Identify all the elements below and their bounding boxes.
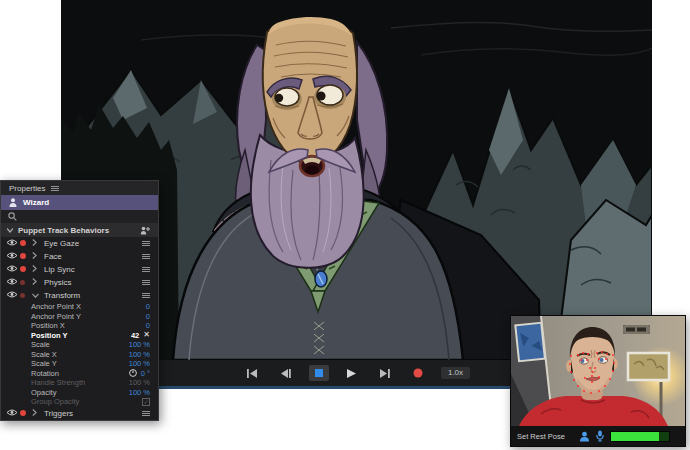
prop-label: Opacity — [31, 388, 129, 397]
chevron-right-icon[interactable] — [32, 278, 44, 287]
prop-value[interactable]: 0 ° — [141, 369, 150, 378]
air-vent — [623, 325, 650, 334]
behavior-menu-icon[interactable] — [142, 410, 150, 417]
prop-label: Position X — [31, 321, 146, 330]
prop-row-scale-x[interactable]: Scale X 100 % — [1, 350, 158, 360]
arm-record-dot[interactable] — [20, 291, 32, 300]
prop-label: Group Opacity — [31, 397, 138, 406]
arm-record-dot[interactable] — [20, 409, 32, 418]
visibility-eye-icon[interactable] — [7, 409, 20, 418]
arm-record-dot[interactable] — [20, 265, 32, 274]
prop-row-group-opacity: Group Opacity ✓ — [1, 397, 158, 407]
prop-value[interactable]: 100 % — [129, 359, 150, 368]
audio-level-fill — [611, 432, 659, 441]
prop-label: Position Y — [31, 331, 131, 340]
step-forward-button[interactable] — [375, 365, 395, 381]
prop-label: Anchor Point X — [31, 302, 146, 311]
visibility-eye-icon[interactable] — [7, 265, 20, 274]
audio-level-meter — [610, 431, 670, 442]
puppet-row-wizard[interactable]: Wizard — [1, 195, 158, 210]
face-tracking-camera-icon[interactable] — [579, 431, 590, 442]
prop-row-handle-strength: Handle Strength 100 % — [1, 378, 158, 388]
behavior-row-lip-sync[interactable]: Lip Sync — [1, 263, 158, 276]
step-back-button[interactable] — [276, 365, 296, 381]
puppet-icon — [9, 198, 17, 207]
behavior-label: Eye Gaze — [44, 239, 142, 248]
microphone-icon[interactable] — [596, 430, 604, 442]
behavior-menu-icon[interactable] — [142, 292, 150, 299]
prop-row-position-y[interactable]: Position Y 42 ✕ — [1, 331, 158, 341]
behavior-row-eye-gaze[interactable]: Eye Gaze — [1, 237, 158, 250]
record-button[interactable] — [408, 365, 428, 381]
prop-value[interactable]: 100 % — [129, 340, 150, 349]
prop-row-rotation[interactable]: Rotation 0 ° — [1, 369, 158, 379]
visibility-eye-icon[interactable] — [7, 239, 20, 248]
prop-value[interactable]: 100 % — [129, 350, 150, 359]
prop-row-opacity[interactable]: Opacity 100 % — [1, 388, 158, 398]
prop-label: Rotation — [31, 369, 129, 378]
chevron-down-icon — [7, 228, 13, 233]
camera-panel: Set Rest Pose — [510, 315, 686, 447]
behavior-label: Lip Sync — [44, 265, 142, 274]
arm-record-dot[interactable] — [20, 278, 32, 287]
prop-label: Scale Y — [31, 359, 129, 368]
behavior-menu-icon[interactable] — [142, 266, 150, 273]
chevron-right-icon[interactable] — [32, 252, 44, 261]
play-button[interactable] — [342, 365, 362, 381]
prop-row-anchor-point-x[interactable]: Anchor Point X 0 — [1, 302, 158, 312]
puppet-name: Wizard — [23, 198, 49, 207]
search-icon — [8, 212, 17, 221]
prop-value: 100 % — [129, 378, 150, 387]
behaviors-header-label: Puppet Track Behaviors — [18, 226, 109, 235]
behavior-row-physics[interactable]: Physics — [1, 276, 158, 289]
webcam-video — [511, 316, 685, 426]
prop-row-scale-y[interactable]: Scale Y 100 % — [1, 359, 158, 369]
rotation-dial-icon[interactable] — [129, 369, 137, 377]
properties-panel: Properties Wizard Puppet Track Behaviors… — [0, 180, 159, 421]
playback-speed[interactable]: 1.0x — [441, 367, 470, 379]
behaviors-section-header[interactable]: Puppet Track Behaviors — [1, 224, 158, 237]
prop-row-scale[interactable]: Scale 100 % — [1, 340, 158, 350]
prop-row-position-x[interactable]: Position X 0 — [1, 321, 158, 331]
close-icon[interactable]: ✕ — [143, 331, 150, 339]
visibility-eye-icon[interactable] — [7, 291, 20, 300]
arm-record-dot[interactable] — [20, 239, 32, 248]
behavior-label: Face — [44, 252, 142, 261]
arm-record-dot[interactable] — [20, 252, 32, 261]
set-rest-pose-button[interactable]: Set Rest Pose — [517, 432, 565, 441]
add-behavior-icon[interactable] — [140, 226, 150, 235]
chevron-down-icon[interactable] — [32, 291, 44, 300]
chevron-right-icon[interactable] — [32, 409, 44, 418]
camera-control-bar: Set Rest Pose — [511, 426, 685, 446]
chevron-right-icon[interactable] — [32, 239, 44, 248]
visibility-eye-icon[interactable] — [7, 278, 20, 287]
prop-label: Scale X — [31, 350, 129, 359]
behavior-label: Transform — [44, 291, 142, 300]
picture-frame-blue — [515, 323, 545, 362]
prop-value[interactable]: 0 — [146, 312, 150, 321]
behavior-row-triggers[interactable]: Triggers — [1, 407, 158, 420]
behavior-menu-icon[interactable] — [142, 240, 150, 247]
prop-value[interactable]: 42 — [131, 331, 139, 340]
prop-label: Handle Strength — [31, 378, 129, 387]
behavior-menu-icon[interactable] — [142, 253, 150, 260]
search-row[interactable] — [1, 210, 158, 224]
prop-value[interactable]: 0 — [146, 321, 150, 330]
behavior-row-transform[interactable]: Transform — [1, 289, 158, 302]
picture-frame-gold — [628, 353, 669, 380]
prop-label: Anchor Point Y — [31, 312, 146, 321]
prop-row-anchor-point-y[interactable]: Anchor Point Y 0 — [1, 312, 158, 322]
prop-label: Scale — [31, 340, 129, 349]
panel-menu-icon[interactable] — [51, 185, 59, 192]
behavior-menu-icon[interactable] — [142, 279, 150, 286]
checkbox-icon: ✓ — [142, 398, 150, 406]
visibility-eye-icon[interactable] — [7, 252, 20, 261]
properties-tab[interactable]: Properties — [9, 184, 45, 193]
behavior-row-face[interactable]: Face — [1, 250, 158, 263]
stop-button[interactable] — [309, 365, 329, 381]
prop-value[interactable]: 0 — [146, 302, 150, 311]
prop-value[interactable]: 100 % — [129, 388, 150, 397]
go-to-start-button[interactable] — [243, 365, 263, 381]
chevron-right-icon[interactable] — [32, 265, 44, 274]
behavior-label: Triggers — [44, 409, 142, 418]
